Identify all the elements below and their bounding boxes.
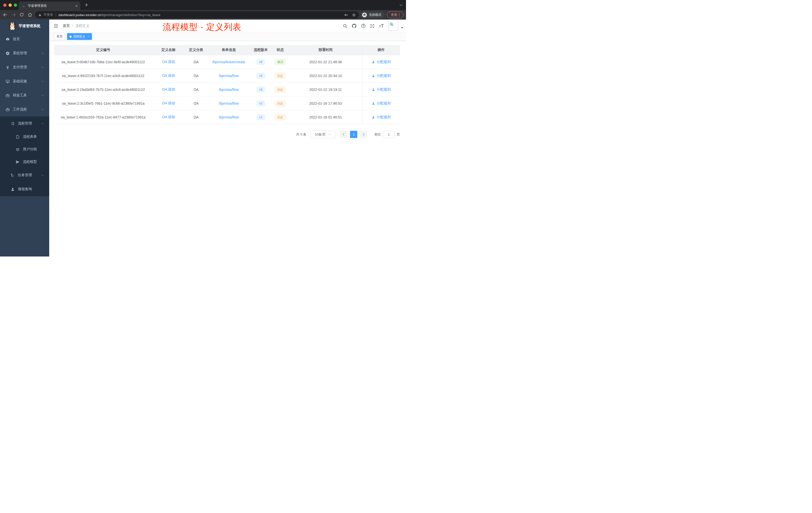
sidebar-item-home[interactable]: 首页: [0, 32, 49, 46]
tag-close-icon[interactable]: [87, 35, 89, 38]
column-header: 定义名称: [152, 45, 185, 55]
goto-page-input[interactable]: [383, 131, 395, 138]
key-icon[interactable]: [344, 13, 348, 17]
user-group-icon: [16, 147, 20, 152]
form-link[interactable]: /bpm/oa/flow: [219, 115, 238, 119]
cell-definition-name: OA 请假: [152, 55, 185, 69]
pagination-total: 共 5 条: [296, 132, 306, 137]
sidebar-item-process-model[interactable]: 流程模型: [0, 156, 49, 168]
fullscreen-icon[interactable]: [370, 24, 375, 28]
tag-active[interactable]: 流程定义: [67, 33, 92, 40]
column-header: 表单信息: [207, 45, 250, 55]
tag-item[interactable]: 首页: [54, 33, 65, 40]
address-bar[interactable]: 不安全 dashboard.yudao.iocoder.cn/bpm/manag…: [35, 11, 359, 18]
form-link[interactable]: /bpm/oa/flow: [219, 74, 238, 78]
definition-name-link[interactable]: OA 请假: [162, 101, 175, 105]
cell-category: OA: [185, 83, 207, 96]
bookmark-star-icon[interactable]: [352, 13, 356, 17]
definition-name-link[interactable]: OA 请假: [162, 87, 175, 92]
sidebar-item-workflow[interactable]: 工作流程: [0, 102, 49, 117]
next-page-button[interactable]: [360, 131, 367, 138]
sidebar-item-dev-tools[interactable]: 研发工具: [0, 88, 49, 102]
assign-rule-link[interactable]: 分配规则: [372, 87, 391, 92]
tab-search-caret-icon[interactable]: [400, 4, 403, 6]
sidebar-item-leave-query[interactable]: 请假查询: [0, 182, 49, 196]
sidebar-item-task-mgmt[interactable]: 任务管理: [0, 168, 49, 182]
sidebar-item-infrastructure[interactable]: 基础设施: [0, 74, 49, 88]
form-link[interactable]: /bpm/oa/leave/create: [212, 60, 245, 64]
cell-version: v3: [250, 83, 271, 96]
back-icon[interactable]: [3, 12, 8, 17]
browser-tab[interactable]: 芋道管理系统: [19, 1, 80, 10]
page-number-button[interactable]: 1: [350, 131, 357, 138]
assign-rule-link[interactable]: 分配规则: [372, 73, 391, 78]
definition-name-link[interactable]: OA 请假: [162, 60, 175, 64]
sidebar-item-process-mgmt[interactable]: 流程管理: [0, 117, 49, 130]
chevron-up-icon: [41, 108, 44, 111]
page-size-value: 10条/页: [315, 132, 326, 137]
close-window-button[interactable]: [3, 3, 6, 7]
sidebar-item-process-form[interactable]: 流程表单: [0, 130, 49, 143]
sidebar-item-user-group[interactable]: 用户分组: [0, 143, 49, 156]
sidebar-item-label: 流程模型: [23, 160, 37, 164]
cell-version: v1: [250, 111, 271, 124]
url-path[interactable]: /bpm/manager/definition?key=oa_leave: [101, 13, 161, 17]
table-row: oa_leave:5:004b710b-7b8a-11ec-8ef0-acde4…: [54, 55, 400, 69]
help-icon[interactable]: [361, 23, 366, 28]
forward-icon[interactable]: [11, 12, 16, 17]
sidebar-item-label: 系统管理: [13, 51, 27, 56]
cell-form-info: /bpm/oa/flow: [207, 97, 250, 110]
search-icon[interactable]: [343, 24, 348, 28]
new-tab-button[interactable]: [84, 3, 89, 7]
sidebar-item-label: 流程表单: [23, 134, 37, 139]
sidebar-item-system-mgmt[interactable]: 系统管理: [0, 46, 49, 60]
cell-deploy-time: 2022-01-16 17:46:53: [289, 97, 362, 110]
sidebar-collapse-icon[interactable]: [54, 23, 58, 28]
github-icon[interactable]: [351, 23, 357, 29]
version-badge[interactable]: v1: [257, 115, 265, 120]
prev-page-button[interactable]: [340, 131, 347, 138]
form-link[interactable]: /bpm/oa/flow: [219, 101, 238, 105]
assign-rule-link[interactable]: 分配规则: [372, 115, 391, 119]
definition-name-link[interactable]: OA 请假: [162, 115, 175, 119]
update-button[interactable]: 更新: [387, 11, 404, 18]
assign-user-icon: [372, 60, 375, 64]
column-header: 流程版本: [250, 45, 271, 55]
tab-close-icon[interactable]: [75, 4, 78, 7]
definition-table: 定义编号定义名称定义分类表单信息流程版本状态部署时间操作 oa_leave:5:…: [54, 45, 400, 124]
page-size-select[interactable]: 10条/页: [310, 130, 336, 138]
sidebar-item-payment-mgmt[interactable]: 支付管理: [0, 60, 49, 74]
column-header: 定义分类: [185, 45, 207, 55]
caret-down-icon[interactable]: [401, 27, 404, 29]
sidebar-logo[interactable]: 芋道管理系统: [0, 20, 49, 32]
version-badge[interactable]: v4: [257, 73, 265, 79]
favicon-leaf-icon: [22, 4, 26, 8]
user-avatar[interactable]: [388, 21, 398, 31]
font-size-icon[interactable]: [379, 23, 384, 28]
breadcrumb-home[interactable]: 首页: [63, 24, 70, 28]
assign-rule-link[interactable]: 分配规则: [372, 60, 391, 64]
definition-name-link[interactable]: OA 请假: [162, 73, 175, 78]
assign-rule-link[interactable]: 分配规则: [372, 101, 391, 105]
maximize-window-button[interactable]: [14, 3, 17, 7]
version-badge[interactable]: v2: [257, 101, 265, 106]
sidebar-item-label: 任务管理: [18, 173, 32, 177]
version-badge[interactable]: v5: [257, 59, 265, 65]
form-link[interactable]: /bpm/oa/flow: [219, 88, 238, 92]
list-tree-icon: [10, 121, 15, 126]
table-body: oa_leave:5:004b710b-7b8a-11ec-8ef0-acde4…: [54, 55, 400, 124]
version-badge[interactable]: v3: [257, 87, 265, 92]
minimize-window-button[interactable]: [8, 3, 12, 7]
reload-icon[interactable]: [19, 12, 24, 17]
cell-definition-id: oa_leave:2:3c1f0ef1-76b1-11ec-9c66-a2380…: [54, 97, 152, 110]
status-badge: 挂起: [275, 87, 286, 93]
chevron-down-icon: [41, 66, 44, 69]
menu-dots-icon[interactable]: [399, 13, 400, 17]
security-label[interactable]: 不安全: [44, 12, 53, 17]
dashboard-icon: [5, 37, 10, 41]
home-icon[interactable]: [28, 12, 32, 17]
assign-user-icon: [372, 102, 375, 105]
cell-deploy-time: 2022-01-22 19:19:11: [289, 83, 362, 96]
url-domain[interactable]: dashboard.yudao.iocoder.cn: [58, 13, 101, 17]
chevron-down-icon: [41, 52, 44, 55]
